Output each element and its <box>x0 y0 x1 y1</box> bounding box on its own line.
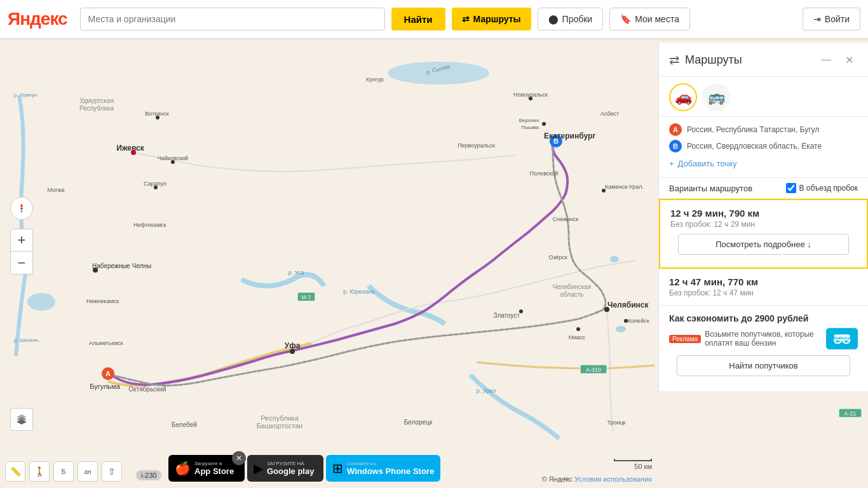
plus-icon: + <box>669 159 674 168</box>
zoom-in-button[interactable]: + <box>10 229 33 252</box>
car-tab[interactable]: 🚗 <box>669 83 697 111</box>
apple-icon: 🍎 <box>175 461 191 476</box>
navbar: Яндекс Найти ⇄ Маршруты ⬤ Пробки 🔖 Мои м… <box>0 0 868 38</box>
route-inputs: A Россия, Республика Татарстан, Бугул B … <box>659 117 868 178</box>
routes-panel: ⇄ Маршруты — ✕ 🚗 🚌 A Россия, Республика … <box>658 43 868 392</box>
svg-text:Альметьевск: Альметьевск <box>89 340 123 346</box>
svg-text:Кунгур: Кунгур <box>366 76 383 83</box>
route-option-1[interactable]: 12 ч 29 мин, 790 км Без пробок: 12 ч 29 … <box>659 199 868 269</box>
add-point-button[interactable]: + Добавить точку <box>669 156 858 171</box>
svg-text:Новоуральск: Новоуральск <box>513 92 548 98</box>
avoid-traffic-checkbox[interactable] <box>786 183 796 193</box>
point-b-row: B Россия, Свердловская область, Екате <box>669 140 858 152</box>
svg-point-17 <box>576 327 580 331</box>
search-input[interactable] <box>80 8 385 30</box>
routes-button[interactable]: ⇄ Маршруты <box>452 8 531 30</box>
point-a-text[interactable]: Россия, Республика Татарстан, Бугул <box>687 125 858 134</box>
svg-text:Удмуртская: Удмуртская <box>79 97 114 104</box>
transit-tab[interactable]: 🚌 <box>702 83 730 111</box>
minimize-panel-button[interactable]: — <box>817 51 835 69</box>
login-button[interactable]: ⇥ Войти <box>803 8 860 30</box>
windows-phone-banner[interactable]: ⊞ Скачайте из Windows Phone Store <box>326 455 440 482</box>
traffic-button[interactable]: ⬤ Пробки <box>538 8 604 30</box>
svg-text:Екатеринбург: Екатеринбург <box>544 132 595 140</box>
svg-text:Челябинская: Челябинская <box>553 283 592 290</box>
find-button[interactable]: Найти <box>391 8 445 30</box>
svg-text:Озёрск: Озёрск <box>548 254 567 261</box>
layers-button[interactable] <box>10 408 33 431</box>
transport-tabs: 🚗 🚌 <box>659 77 868 117</box>
svg-point-2 <box>27 293 55 311</box>
app-banners: ✕ 🍎 Загрузите в App Store ▶ ЗАГРУЗИТЕ НА… <box>168 455 440 482</box>
svg-text:Верхняя: Верхняя <box>519 118 539 123</box>
zoom-out-button[interactable]: − <box>10 252 33 274</box>
svg-text:Уфа: Уфа <box>285 341 301 350</box>
google-play-small-text: ЗАГРУЗИТЕ НА <box>267 461 314 466</box>
svg-text:Челябинск: Челябинск <box>607 301 649 309</box>
bookmark-icon: 🔖 <box>620 14 631 24</box>
routes-panel-title: Маршруты <box>685 53 812 67</box>
svg-text:Троицк: Троицк <box>607 419 625 426</box>
svg-text:Снежинск: Снежинск <box>553 216 579 222</box>
my-places-button[interactable]: 🔖 Мои места <box>609 8 690 30</box>
ad-content: Реклама Возьмите попутчиков, которые опл… <box>669 327 858 350</box>
another-tool[interactable]: Б <box>53 461 74 482</box>
avoid-traffic-row: Варианты маршрутов В объезд пробок <box>659 178 868 199</box>
close-panel-button[interactable]: ✕ <box>840 51 858 69</box>
svg-text:BlaBlaCar: BlaBlaCar <box>833 336 851 340</box>
login-icon: ⇥ <box>813 14 821 24</box>
route-2-time: 12 ч 47 мин, 770 км <box>669 276 858 287</box>
svg-text:А-310: А-310 <box>586 367 601 373</box>
svg-text:Асбест: Асбест <box>600 111 619 117</box>
scale-label: 50 км <box>634 463 652 470</box>
point-b-text[interactable]: Россия, Свердловская область, Екате <box>687 142 858 151</box>
google-play-banner[interactable]: ▶ ЗАГРУЗИТЕ НА Google play <box>247 455 323 482</box>
svg-text:М-7: М-7 <box>301 294 311 301</box>
ad-section: Как сэкономить до 2900 рублей Реклама Во… <box>659 306 868 392</box>
svg-text:Белебей: Белебей <box>172 421 197 428</box>
pedestrian-tool[interactable]: 🚶 <box>29 461 50 482</box>
point-b-marker: B <box>669 140 682 152</box>
ruler-tool[interactable]: 📏 <box>5 461 25 482</box>
app-store-small-text: Загрузите в <box>194 461 234 466</box>
svg-text:р. Уса: р. Уса <box>288 269 304 276</box>
svg-text:Нефтекамск: Нефтекамск <box>133 222 166 228</box>
svg-text:Златоуст: Златоуст <box>493 312 520 319</box>
svg-text:Сарапул: Сарапул <box>144 180 166 187</box>
terms-link[interactable]: Условия использования <box>574 475 652 483</box>
svg-text:Копейск: Копейск <box>628 318 649 324</box>
avoid-traffic-label: Варианты маршрутов <box>669 184 752 193</box>
view-details-button[interactable]: Посмотреть подробнее ↓ <box>678 234 849 255</box>
svg-text:Белорецк: Белорецк <box>404 419 433 426</box>
svg-text:Октябрьский: Октябрьский <box>128 386 166 393</box>
layers-icon <box>15 413 28 426</box>
svg-text:р. Лумпун: р. Лумпун <box>14 92 37 98</box>
svg-text:р. Юрюзань: р. Юрюзань <box>343 288 375 295</box>
svg-point-1 <box>388 62 489 85</box>
find-companions-button[interactable]: Найти попутчиков <box>677 355 850 376</box>
copyright: © Яндекс Условия использования <box>542 475 652 483</box>
svg-text:Каменск-Урал.: Каменск-Урал. <box>605 184 644 190</box>
route-option-2[interactable]: 12 ч 47 мин, 770 км Без пробок: 12 ч 47 … <box>659 269 868 306</box>
route-1-no-traffic: Без пробок: 12 ч 29 мин <box>670 220 857 229</box>
info-badge: i-230 <box>136 470 161 480</box>
svg-text:Набережные Челны: Набережные Челны <box>92 262 151 269</box>
windows-big-text: Windows Phone Store <box>347 466 434 476</box>
svg-text:Миасс: Миасс <box>569 334 586 341</box>
svg-text:Республика: Республика <box>261 414 299 422</box>
windows-small-text: Скачайте из <box>347 461 434 466</box>
compass-button[interactable] <box>10 197 33 220</box>
route-2-no-traffic: Без пробок: 12 ч 47 мин <box>669 288 858 297</box>
svg-text:Республика: Республика <box>79 105 114 112</box>
close-banners-button[interactable]: ✕ <box>232 451 246 465</box>
avoid-traffic-checkbox-label: В объезд пробок <box>799 184 858 193</box>
share-tool[interactable]: ⇧ <box>102 461 122 482</box>
route-1-time: 12 ч 29 мин, 790 км <box>670 208 857 219</box>
svg-point-14 <box>542 122 546 126</box>
windows-icon: ⊞ <box>332 461 343 476</box>
svg-text:Пышма: Пышма <box>521 125 539 130</box>
svg-text:A: A <box>105 370 111 377</box>
svg-text:Ижевск: Ижевск <box>116 144 144 152</box>
bottom-tools: 📏 🚶 Б ан ⇧ <box>5 461 122 482</box>
text-tool[interactable]: ан <box>78 461 98 482</box>
